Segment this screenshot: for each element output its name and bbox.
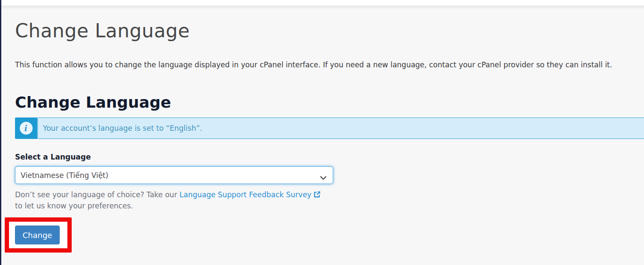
- help-text-line2: to let us know your preferences.: [15, 201, 644, 211]
- feedback-survey-link[interactable]: Language Support Feedback Survey: [179, 190, 311, 199]
- submit-area: Change: [15, 217, 644, 265]
- chevron-down-icon: [320, 173, 327, 178]
- external-link-icon: [313, 190, 321, 201]
- change-button[interactable]: Change: [15, 226, 60, 244]
- page-description: This function allows you to change the l…: [15, 60, 644, 69]
- info-callout-body: Your account’s language is set to “Engli…: [38, 117, 644, 139]
- info-callout-message: Your account’s language is set to “Engli…: [43, 124, 202, 132]
- select-language-label: Select a Language: [15, 153, 644, 161]
- language-help-text: Don’t see your language of choice? Take …: [15, 190, 644, 211]
- section-heading: Change Language: [15, 94, 644, 111]
- info-callout: i Your account’s language is set to “Eng…: [15, 117, 644, 139]
- language-select[interactable]: Vietnamese (Tiếng Việt): [15, 166, 333, 184]
- help-text-before-link: Don’t see your language of choice? Take …: [15, 190, 179, 199]
- window-left-border: [0, 0, 1, 265]
- info-callout-accent: i: [15, 117, 38, 139]
- language-select-value: Vietnamese (Tiếng Việt): [21, 171, 320, 180]
- page-title: Change Language: [15, 19, 644, 42]
- page-content: Change Language This function allows you…: [15, 0, 644, 265]
- info-icon: i: [20, 122, 33, 135]
